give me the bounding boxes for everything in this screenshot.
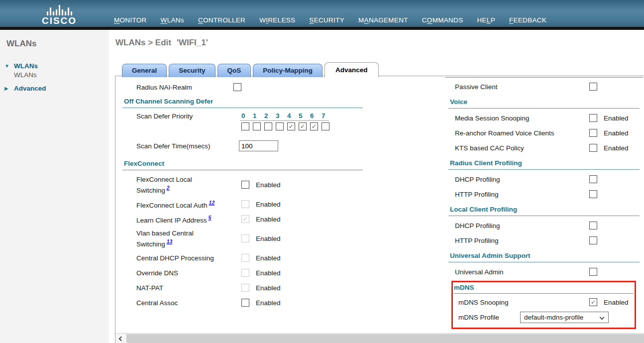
setting-label: KTS based CAC Policy (445, 144, 589, 152)
setting-label: NAT-PAT (122, 284, 241, 292)
http-profiling-checkbox[interactable] (589, 190, 597, 198)
enabled-label: Enabled (604, 144, 629, 152)
nav-item-security[interactable]: SECURITY (309, 16, 344, 24)
nav-item-management[interactable]: MANAGEMENT (358, 16, 408, 24)
setting-label: Central Assoc (122, 299, 241, 307)
nav-item-wireless[interactable]: WIRELESS (259, 16, 295, 24)
section-title: Off Channel Scanning Defer (122, 98, 374, 105)
priority-digit: 1 (253, 112, 264, 119)
sidebar-title: WLANs (0, 30, 108, 49)
footnote-link[interactable]: 2 (167, 185, 170, 191)
footnote-link[interactable]: 12 (209, 200, 215, 206)
section-title: Voice (445, 98, 644, 106)
sidebar: WLANs WLANs WLANs Advanced (0, 30, 108, 343)
setting-label: Override DNS (122, 269, 241, 277)
main-content: WLANs > Edit'WIFI_1' GeneralSecurityQoSP… (108, 30, 644, 343)
wlan-name: 'WIFI_1' (177, 38, 208, 47)
priority-digit: 6 (310, 112, 322, 119)
central-assoc-checkbox[interactable] (241, 299, 249, 307)
scan-defer-priority-6-checkbox[interactable] (310, 122, 318, 130)
priority-digit: 0 (241, 112, 253, 119)
re-anchor-roamed-voice-clients-checkbox[interactable] (589, 129, 597, 137)
scan-defer-priority-4-checkbox[interactable] (287, 122, 295, 130)
setting-row: Re-anchor Roamed Voice ClientsEnabled (445, 125, 644, 140)
footnote-link[interactable]: 13 (167, 238, 173, 244)
radius-nai-realm-checkbox[interactable] (233, 83, 241, 91)
footnote-link[interactable]: 5 (209, 215, 212, 221)
sidebar-item-wlans-child[interactable]: WLANs (0, 71, 108, 79)
scan-defer-priority-1-checkbox[interactable] (253, 122, 261, 130)
nav-item-commands[interactable]: COMMANDS (422, 16, 463, 24)
scan-defer-priority-0-checkbox[interactable] (241, 122, 249, 130)
scan-defer-priority-7-checkbox[interactable] (322, 122, 329, 130)
right-column: Passive Client VoiceMedia Session Snoopi… (445, 76, 644, 329)
section-rows: DHCP ProfilingHTTP Profiling (445, 218, 644, 248)
priority-digit: 3 (276, 112, 287, 119)
central-dhcp-processing-checkbox (241, 254, 249, 262)
mdns-profile-value: default-mdns-profile (524, 314, 583, 321)
enabled-label: Enabled (604, 114, 629, 122)
cisco-logo: CISCO (30, 3, 89, 26)
section-divider (122, 170, 363, 170)
sidebar-item-label: Advanced (14, 85, 46, 92)
chevron-right-icon[interactable] (4, 86, 14, 91)
passive-client-checkbox[interactable] (589, 83, 597, 91)
enabled-label: Enabled (256, 216, 281, 223)
setting-label: Vlan based CentralSwitching13 (122, 229, 241, 248)
media-session-snooping-checkbox[interactable] (589, 114, 597, 122)
priority-digit: 7 (322, 112, 333, 119)
section-title: Universal Admin Support (445, 252, 644, 259)
sidebar-item-label: WLANs (14, 62, 38, 70)
scrollbar-thumb[interactable] (126, 334, 644, 343)
dhcp-profiling-checkbox[interactable] (589, 175, 597, 183)
learn-client-ip-address-checkbox (241, 215, 249, 223)
enabled-label: Enabled (256, 201, 281, 208)
sidebar-item-advanced[interactable]: Advanced (0, 85, 108, 92)
setting-label: mDNS Profile (453, 313, 520, 322)
tab-advanced[interactable]: Advanced (324, 62, 379, 78)
kts-based-cac-policy-checkbox[interactable] (589, 144, 597, 152)
scan-defer-priority-2-checkbox[interactable] (264, 122, 272, 130)
chevron-left-icon (119, 336, 124, 341)
mdns-snooping-checkbox[interactable] (589, 298, 597, 306)
scan-defer-priority-5-checkbox[interactable] (299, 122, 307, 130)
setting-row: Central DHCP ProcessingEnabled (122, 250, 374, 265)
sidebar-item-wlans[interactable]: WLANs (0, 62, 108, 70)
tab-policy-mapping[interactable]: Policy-Mapping (253, 64, 322, 77)
priority-digit: 4 (287, 112, 299, 119)
section-divider (448, 216, 640, 216)
scan-defer-priority-3-checkbox[interactable] (276, 122, 284, 130)
flexconnect-local-auth-checkbox (241, 200, 249, 208)
horizontal-scrollbar[interactable] (115, 333, 644, 343)
cisco-logo-text: CISCO (30, 15, 89, 26)
breadcrumb: WLANs > Edit'WIFI_1' (115, 38, 208, 48)
nav-item-feedback[interactable]: FEEDBACK (509, 16, 546, 24)
flexconnect-local-switching-checkbox[interactable] (241, 181, 249, 189)
left-column: Radius NAI-Realm Off Channel Scanning De… (122, 76, 374, 310)
setting-label: Passive Client (445, 83, 589, 91)
nav-item-controller[interactable]: CONTROLLER (198, 16, 245, 24)
chevron-down-icon[interactable] (4, 63, 14, 69)
section-divider (448, 262, 640, 262)
enabled-label: Enabled (604, 299, 629, 306)
section-rows: Universal Admin (445, 264, 644, 279)
mdns-profile-select[interactable]: default-mdns-profile (520, 312, 609, 323)
tab-qos[interactable]: QoS (217, 64, 251, 77)
nav-item-monitor[interactable]: MONITOR (114, 16, 147, 24)
scroll-left-button[interactable] (115, 334, 126, 343)
scan-defer-time-input[interactable] (239, 140, 278, 151)
dhcp-profiling-checkbox[interactable] (589, 222, 597, 229)
setting-label: FlexConnect Local Auth12 (122, 199, 241, 210)
tab-general[interactable]: General (122, 64, 167, 77)
nav-item-wlans[interactable]: WLANs (161, 16, 184, 24)
enabled-label: Enabled (256, 235, 281, 242)
http-profiling-checkbox[interactable] (589, 236, 597, 244)
section-rows: Media Session SnoopingEnabledRe-anchor R… (445, 111, 644, 155)
setting-label: Radius NAI-Realm (122, 83, 233, 92)
universal-admin-checkbox[interactable] (589, 268, 597, 276)
nav-item-help[interactable]: HELP (477, 16, 495, 24)
section-divider (448, 169, 640, 170)
sidebar-tree: WLANs WLANs Advanced (0, 62, 108, 92)
section-title: Radius Client Profiling (445, 159, 644, 167)
tab-security[interactable]: Security (169, 64, 215, 77)
